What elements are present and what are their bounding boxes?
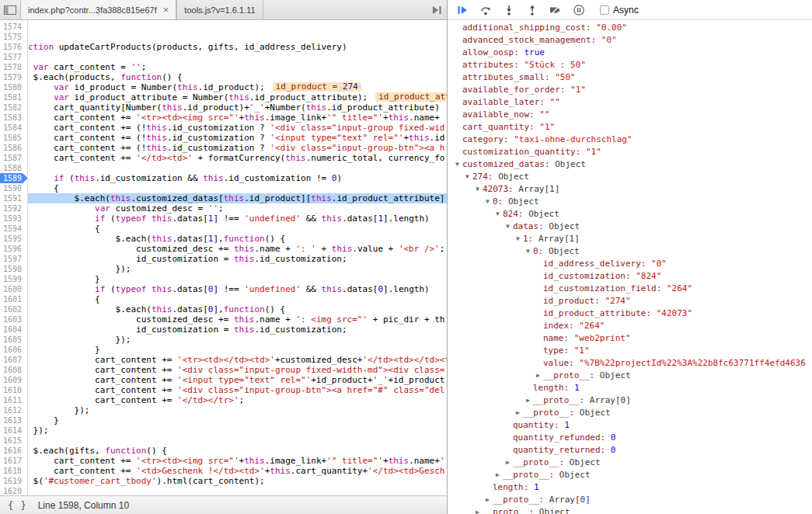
gutter-line-number[interactable]: 1617 <box>0 456 27 466</box>
gutter-line-number[interactable]: 1588 <box>0 163 27 173</box>
code-line[interactable]: cart_content += '<td>Geschenk !</td><td>… <box>28 466 447 476</box>
pretty-print-icon[interactable]: { } <box>8 500 27 511</box>
gutter-line-number[interactable]: 1581 <box>0 92 27 102</box>
gutter-line-number[interactable]: 1597 <box>0 254 27 264</box>
gutter-line-number[interactable]: 1583 <box>0 113 27 123</box>
pause-on-exceptions-icon[interactable] <box>572 3 585 16</box>
code-line[interactable]: } <box>28 345 447 355</box>
gutter[interactable]: 1574157515761577157815791580158115821583… <box>0 20 28 495</box>
gutter-line-number[interactable]: 1618 <box>0 466 27 476</box>
tab-close-icon[interactable]: × <box>163 5 169 15</box>
gutter-line-number[interactable]: 1620 <box>0 486 27 495</box>
code-line[interactable]: $.each(gifts, function() { <box>28 446 447 456</box>
code-line[interactable]: } <box>28 274 447 284</box>
tab-index-php[interactable]: index.php?contr...3fa388c815e67f × <box>20 0 176 19</box>
gutter-line-number[interactable]: 1600 <box>0 284 27 294</box>
gutter-line-number[interactable]: 1603 <box>0 314 27 325</box>
code-line[interactable]: var customized_desc = ''; <box>28 203 447 214</box>
gutter-line-number[interactable]: 1585 <box>0 133 27 143</box>
gutter-line-number[interactable]: 1580 <box>0 82 27 92</box>
step-out-icon[interactable] <box>525 3 538 16</box>
gutter-line-number[interactable]: 1590 <box>0 183 27 193</box>
gutter-line-number[interactable]: 1614 <box>0 425 27 436</box>
gutter-line-number[interactable]: 1612 <box>0 405 27 415</box>
code-line[interactable]: $.each(this.datas[1],function() { <box>28 234 447 244</box>
disclosure-closed-icon[interactable]: ▶ <box>513 407 523 419</box>
disclosure-open-icon[interactable]: ▼ <box>483 196 493 208</box>
code-line[interactable]: $.each(this.datas[0],function() { <box>28 304 447 314</box>
scope-row[interactable]: ▶__proto__: Array[0] <box>448 394 812 407</box>
scope-row[interactable]: ▼274: Object <box>448 171 812 183</box>
gutter-line-number[interactable]: 1598 <box>0 264 27 274</box>
code-line[interactable]: cart_content += '<tr><td><img src="'+thi… <box>28 456 447 466</box>
disclosure-open-icon[interactable]: ▼ <box>523 245 533 258</box>
gutter-line-number[interactable]: 1609 <box>0 375 27 385</box>
code-line[interactable]: cart_content += (!this.id_customization … <box>28 143 447 153</box>
gutter-line-number[interactable]: 1595 <box>0 234 27 244</box>
gutter-line-number[interactable]: 1606 <box>0 345 27 355</box>
code-line[interactable]: { <box>28 183 447 193</box>
gutter-line-number[interactable]: 1607 <box>0 355 27 365</box>
gutter-line-number[interactable]: 1586 <box>0 143 27 153</box>
code-line[interactable] <box>28 22 447 32</box>
disclosure-open-icon[interactable]: ▼ <box>503 221 513 233</box>
gutter-line-number[interactable]: 1619 <box>0 476 27 486</box>
code-line[interactable]: }); <box>28 264 447 274</box>
disclosure-open-icon[interactable]: ▼ <box>493 208 503 221</box>
code-lines[interactable]: ction updateCartProducts(products, gifts… <box>28 20 447 495</box>
code-editor[interactable]: 1574157515761577157815791580158115821583… <box>0 20 447 495</box>
code-line[interactable]: var id_product_attribute = Number(this.i… <box>28 92 447 102</box>
scope-row[interactable]: ▶__proto__: Object <box>448 370 812 382</box>
code-line[interactable]: }); <box>28 405 447 415</box>
disclosure-closed-icon[interactable]: ▶ <box>503 457 513 469</box>
gutter-line-number[interactable]: 1615 <box>0 436 27 446</box>
code-line[interactable]: }); <box>28 335 447 345</box>
scope-row[interactable]: ▼1: Array[1] <box>448 233 812 245</box>
run-to-line-icon[interactable] <box>427 0 447 19</box>
step-over-icon[interactable] <box>479 3 492 16</box>
disclosure-closed-icon[interactable]: ▶ <box>472 506 483 514</box>
code-line[interactable]: cart_content += '<div class="input-group… <box>28 365 447 375</box>
gutter-line-number[interactable]: 1613 <box>0 415 27 425</box>
code-line[interactable]: cart_content += '</td></tr>'; <box>28 395 447 405</box>
toggle-breakpoints-icon[interactable] <box>549 3 562 16</box>
scope-row[interactable]: ▶__proto__: Object <box>448 506 812 514</box>
code-line[interactable] <box>28 486 447 495</box>
gutter-line-number[interactable]: 1576 <box>0 42 27 52</box>
gutter-line-number[interactable]: 1596 <box>0 244 27 254</box>
code-line[interactable]: cart_content += (!this.id_customization … <box>28 123 447 133</box>
code-line[interactable]: var cart_content = ''; <box>28 62 447 72</box>
disclosure-closed-icon[interactable]: ▶ <box>523 394 533 407</box>
code-line[interactable] <box>28 163 447 173</box>
code-line[interactable]: if (this.id_customization && this.id_cus… <box>28 173 447 183</box>
code-line[interactable]: customized_desc += this.name + ': <img s… <box>28 314 447 325</box>
code-line[interactable]: cart_content += '<tr><td><img src="'+thi… <box>28 113 447 123</box>
disclosure-closed-icon[interactable]: ▶ <box>493 469 503 481</box>
disclosure-closed-icon[interactable]: ▶ <box>483 494 493 506</box>
code-line[interactable]: var id_product = Number(this.id_product)… <box>28 82 447 92</box>
gutter-line-number[interactable]: 1575 <box>0 32 27 42</box>
gutter-line-number[interactable]: 1592 <box>0 203 27 214</box>
tab-tools-js[interactable]: tools.js?v=1.6.1.11 <box>176 0 263 19</box>
code-line[interactable]: if (typeof this.datas[1] !== 'undefined'… <box>28 214 447 224</box>
gutter-line-number[interactable]: 1579 <box>0 72 27 82</box>
code-line[interactable]: cart_content += '<tr><td></td><td>'+cust… <box>28 355 447 365</box>
disclosure-closed-icon[interactable]: ▶ <box>533 370 543 382</box>
gutter-line-number[interactable]: 1584 <box>0 123 27 133</box>
step-into-icon[interactable] <box>502 3 515 16</box>
breakpoint-marker[interactable]: 1589 <box>0 173 27 183</box>
gutter-line-number[interactable]: 1594 <box>0 224 27 234</box>
code-line[interactable]: cart_content += '<input type="text" rel=… <box>28 375 447 385</box>
sidebar-toggle-icon[interactable] <box>0 0 20 19</box>
code-line[interactable]: cart_quantity[Number(this.id_product)+'_… <box>28 102 447 113</box>
code-line[interactable]: ction updateCartProducts(products, gifts… <box>28 42 447 52</box>
gutter-line-number[interactable]: 1616 <box>0 446 27 456</box>
gutter-line-number[interactable]: 1601 <box>0 294 27 304</box>
scope-row[interactable]: ▶__proto__: Object <box>448 469 812 481</box>
code-line[interactable] <box>28 52 447 62</box>
gutter-line-number[interactable]: 1604 <box>0 325 27 335</box>
disclosure-open-icon[interactable]: ▼ <box>472 183 483 196</box>
gutter-line-number[interactable]: 1591 <box>0 193 27 203</box>
code-line[interactable]: if (typeof this.datas[0] !== 'undefined'… <box>28 284 447 294</box>
gutter-line-number[interactable]: 1574 <box>0 22 27 32</box>
